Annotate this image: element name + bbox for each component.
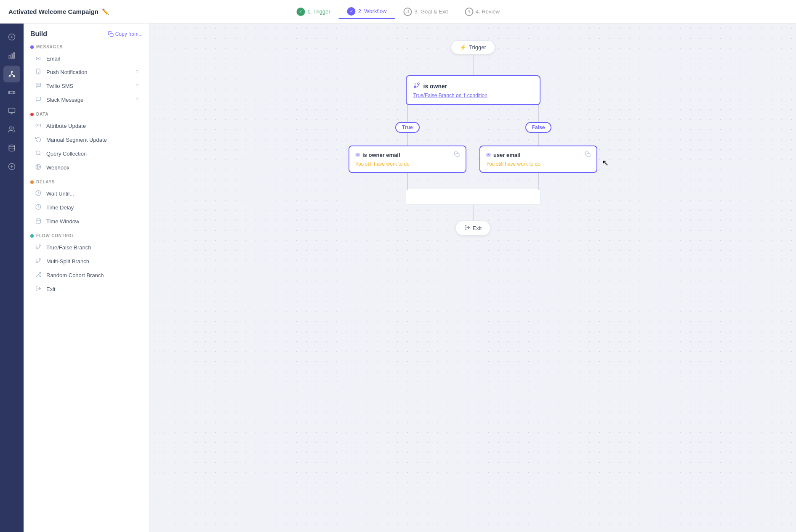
step-workflow-label: 2. Workflow (358, 8, 387, 14)
header-steps: ✓ 1. Trigger ✓ 2. Workflow 3 3. Goal & E… (288, 5, 508, 19)
section-flow-control: FLOW CONTROL (30, 233, 143, 238)
nav-icon-plus[interactable] (3, 158, 20, 175)
sidebar-item-time-delay[interactable]: Time Delay (30, 201, 143, 214)
sidebar-item-attribute-update[interactable]: Attribute Update (30, 119, 143, 133)
merge-box (406, 189, 540, 205)
true-false-branch-label: True/False Branch (46, 244, 138, 251)
nav-icon-people[interactable] (3, 121, 20, 138)
time-window-icon (35, 218, 42, 225)
svg-point-27 (39, 245, 41, 246)
sidebar-item-query-collection[interactable]: Query Collection (30, 147, 143, 161)
cursor-indicator: ↖ (602, 158, 609, 168)
campaign-title: Activated Welcome Campaign (8, 8, 99, 15)
panel-header: Build Copy from... (30, 30, 143, 38)
sidebar-item-exit[interactable]: Exit (30, 282, 143, 296)
svg-rect-22 (36, 219, 41, 223)
svg-point-13 (38, 73, 38, 73)
sidebar-item-webhook[interactable]: Webhook (30, 161, 143, 175)
webhook-icon (35, 164, 42, 171)
email-icon: ✉ (35, 55, 42, 62)
slack-message-label: Slack Message (46, 97, 131, 103)
exit-icon-canvas (464, 225, 470, 232)
flow-control-label: FLOW CONTROL (36, 233, 75, 238)
exit-icon (35, 286, 42, 293)
slack-message-help-icon[interactable]: ? (136, 97, 138, 103)
branch-node-header: is owner (413, 82, 533, 90)
sidebar-item-multi-split-branch[interactable]: Multi-Split Branch (30, 254, 143, 268)
data-label: DATA (36, 112, 49, 116)
nav-icon-megaphone[interactable] (3, 84, 20, 101)
step-goal[interactable]: 3 3. Goal & Exit (395, 5, 456, 19)
nav-icon-data[interactable] (3, 140, 20, 156)
messages-dot (30, 45, 34, 49)
random-cohort-branch-label: Random Cohort Branch (46, 272, 138, 278)
svg-point-6 (13, 76, 15, 77)
messages-label: MESSAGES (36, 45, 63, 49)
sidebar-item-slack-message[interactable]: Slack Message ? (30, 93, 143, 107)
attribute-update-label: Attribute Update (46, 123, 138, 129)
nav-icon-chart[interactable] (3, 47, 20, 64)
left-panel: Build Copy from... MESSAGES ✉ Email Push… (24, 24, 150, 532)
push-notification-label: Push Notification (46, 69, 131, 75)
delays-label: DELAYS (36, 180, 55, 184)
sidebar-item-random-cohort-branch[interactable]: Random Cohort Branch (30, 268, 143, 282)
svg-point-18 (36, 151, 40, 155)
sidebar-item-push-notification[interactable]: Push Notification ? (30, 65, 143, 79)
svg-point-36 (418, 83, 419, 85)
attribute-update-icon (35, 122, 42, 130)
step-workflow[interactable]: ✓ 2. Workflow (339, 5, 395, 19)
true-v-connector (407, 105, 408, 122)
owner-email-icon: ✉ (355, 152, 360, 158)
section-messages: MESSAGES (30, 45, 143, 49)
nav-icon-journey[interactable] (3, 66, 20, 82)
false-v-connector-3 (538, 173, 539, 190)
owner-email-node[interactable]: ✉ is owner email You still have work to … (349, 146, 466, 173)
svg-point-15 (38, 85, 38, 85)
exit-label: Exit (46, 286, 138, 292)
sidebar-item-true-false-branch[interactable]: True/False Branch (30, 241, 143, 254)
true-branch-badge[interactable]: True (395, 122, 419, 133)
branch-node[interactable]: is owner True/False Branch on 1 conditio… (406, 75, 540, 105)
twilio-sms-help-icon[interactable]: ? (136, 83, 138, 89)
delays-dot (30, 180, 34, 184)
user-email-node[interactable]: ✉ user email You still have work to do ↖ (479, 146, 597, 173)
exit-node[interactable]: Exit (455, 221, 491, 236)
branch-subtitle-prefix: True/False Branch on (413, 93, 463, 98)
manual-segment-update-icon (35, 136, 42, 143)
sidebar-item-email[interactable]: ✉ Email (30, 52, 143, 65)
svg-rect-2 (11, 54, 13, 58)
owner-email-title: is owner email (362, 152, 400, 158)
copy-from-button[interactable]: Copy from... (108, 31, 143, 37)
nav-icon-monitor[interactable] (3, 103, 20, 119)
branch-node-icon (413, 82, 420, 90)
svg-point-37 (414, 86, 416, 88)
owner-email-title-row: ✉ is owner email (355, 152, 400, 158)
edit-icon[interactable]: ✏️ (102, 8, 109, 15)
true-branch-path: True ✉ is owner email (343, 105, 473, 190)
true-false-branch-icon (35, 244, 42, 251)
webhook-label: Webhook (46, 164, 138, 171)
step-workflow-circle: ✓ (347, 7, 356, 16)
step-trigger[interactable]: ✓ 1. Trigger (288, 5, 339, 19)
header-title-group: Activated Welcome Campaign ✏️ (8, 8, 109, 15)
wait-until-label: Wait Until... (46, 191, 138, 197)
branch-node-subtitle: True/False Branch on 1 condition (413, 93, 533, 98)
trigger-node[interactable]: ⚡ Trigger (451, 40, 495, 54)
sidebar-item-manual-segment-update[interactable]: Manual Segment Update (30, 133, 143, 147)
time-delay-label: Time Delay (46, 204, 138, 211)
svg-point-28 (36, 248, 38, 249)
push-notification-help-icon[interactable]: ? (136, 69, 138, 75)
svg-point-17 (37, 124, 39, 126)
owner-email-copy-badge[interactable] (454, 151, 460, 159)
sidebar-item-wait-until[interactable]: Wait Until... (30, 187, 143, 201)
user-email-copy-badge[interactable] (585, 151, 591, 159)
step-review[interactable]: 4 4. Review (456, 5, 508, 19)
sidebar-item-time-window[interactable]: Time Window (30, 214, 143, 228)
nav-icon-home[interactable] (3, 29, 20, 45)
sidebar-item-twilio-sms[interactable]: Twilio SMS ? (30, 79, 143, 93)
random-cohort-branch-icon (35, 272, 42, 279)
query-collection-icon (35, 150, 42, 157)
svg-point-31 (36, 262, 38, 263)
false-branch-badge[interactable]: False (525, 122, 552, 133)
condition-link[interactable]: 1 condition (463, 93, 487, 98)
